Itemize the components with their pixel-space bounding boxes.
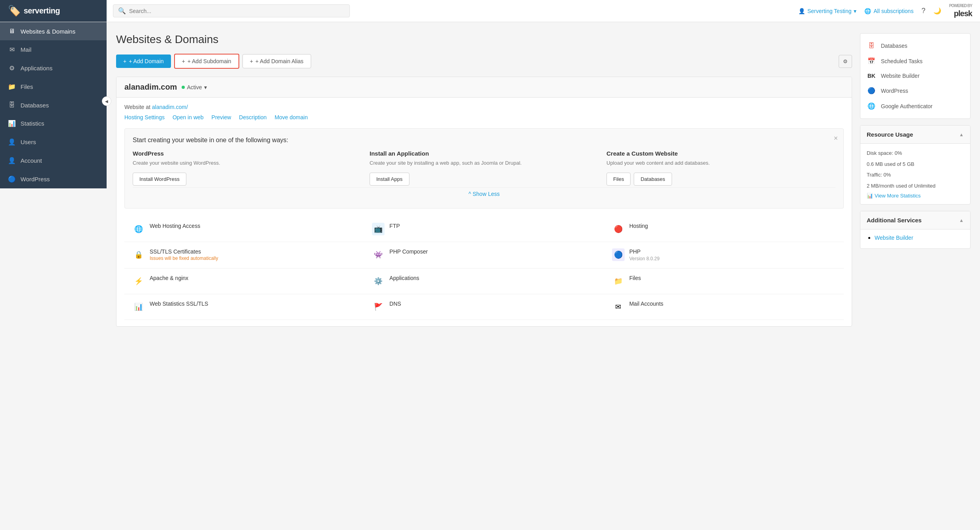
subscriptions-label: All subscriptions: [873, 8, 913, 14]
close-creation-box-button[interactable]: ×: [834, 134, 838, 143]
feature-ssl[interactable]: 🔒 SSL/TLS Certificates Issues will be fi…: [124, 242, 364, 269]
add-domain-label: + Add Domain: [129, 58, 163, 64]
main-layout: 🖥 Websites & Domains ✉ Mail ⚙ Applicatio…: [0, 22, 980, 530]
shortcut-wordpress[interactable]: 🔵 WordPress: [860, 83, 970, 98]
feature-ftp[interactable]: 📺 FTP: [364, 216, 604, 242]
files-button[interactable]: Files: [606, 173, 631, 186]
show-less-button[interactable]: ^ Show Less: [133, 187, 835, 200]
shortcuts-list: 🗄 Databases 📅 Scheduled Tasks BK Website…: [860, 34, 970, 118]
creation-method-wordpress: WordPress Create your website using Word…: [133, 150, 362, 186]
websites-icon: 🖥: [8, 28, 16, 35]
disk-label: Disk space: 0%: [867, 149, 964, 157]
view-more-statistics-link[interactable]: 📊 View More Statistics: [867, 193, 964, 199]
databases-icon: 🗄: [8, 101, 16, 109]
feature-applications[interactable]: ⚙️ Applications: [364, 269, 604, 294]
domain-status[interactable]: Active ▾: [182, 84, 207, 90]
sidebar-item-websites-domains[interactable]: 🖥 Websites & Domains: [0, 22, 107, 40]
ssl-label: SSL/TLS Certificates: [150, 248, 218, 255]
topbar-subscriptions[interactable]: 🌐 All subscriptions: [864, 8, 913, 14]
feature-web-hosting[interactable]: 🌐 Web Hosting Access: [124, 216, 364, 242]
add-subdomain-button[interactable]: + + Add Subdomain: [174, 54, 239, 69]
creation-method-wp-title: WordPress: [133, 150, 362, 157]
install-wordpress-button[interactable]: Install WordPress: [133, 173, 186, 186]
hosting-settings-link[interactable]: Hosting Settings: [124, 114, 165, 120]
additional-service-website-builder: Website Builder: [875, 234, 964, 241]
sidebar-collapse-button[interactable]: ◀: [102, 96, 111, 106]
sidebar-item-wordpress[interactable]: 🔵 WordPress: [0, 170, 107, 188]
resource-usage-header: Resource Usage ▲: [860, 126, 970, 144]
shortcut-website-builder[interactable]: BK Website Builder: [860, 69, 970, 83]
creation-methods: WordPress Create your website using Word…: [133, 150, 835, 186]
feature-apache-info: Apache & nginx: [150, 275, 188, 281]
feature-ssl-info: SSL/TLS Certificates Issues will be fixe…: [150, 248, 218, 261]
feature-applications-info: Applications: [389, 275, 419, 281]
sidebar-item-statistics[interactable]: 📊 Statistics: [0, 114, 107, 133]
install-apps-button[interactable]: Install Apps: [370, 173, 409, 186]
settings-button[interactable]: ⚙: [839, 55, 852, 68]
settings-icon: ⚙: [843, 58, 848, 64]
sidebar-label-account: Account: [21, 157, 42, 164]
topbar-user[interactable]: 👤 Serverting Testing ▾: [798, 8, 857, 14]
shortcut-google-authenticator[interactable]: 🌐 Google Authenticator: [860, 98, 970, 114]
sidebar-item-files[interactable]: 📁 Files: [0, 77, 107, 96]
additional-service-wb-link[interactable]: Website Builder: [875, 235, 913, 241]
feature-php[interactable]: 🔵 PHP Version 8.0.29: [604, 242, 844, 269]
web-statistics-label: Web Statistics SSL/TLS: [150, 301, 208, 307]
status-dot: [182, 86, 185, 89]
sidebar-item-account[interactable]: 👤 Account: [0, 151, 107, 170]
feature-dns-info: DNS: [389, 301, 401, 307]
creation-box-title: Start creating your website in one of th…: [133, 137, 835, 144]
scheduled-tasks-label: Scheduled Tasks: [881, 58, 923, 64]
feature-web-hosting-info: Web Hosting Access: [150, 223, 200, 229]
wordpress-shortcut-label: WordPress: [881, 88, 908, 94]
traffic-detail: 2 MB/month used of Unlimited: [867, 182, 964, 190]
feature-dns[interactable]: 🚩 DNS: [364, 294, 604, 320]
help-icon[interactable]: ?: [922, 7, 926, 15]
apache-label: Apache & nginx: [150, 275, 188, 281]
feature-apache[interactable]: ⚡ Apache & nginx: [124, 269, 364, 294]
sidebar-label-websites-domains: Websites & Domains: [21, 28, 75, 35]
google-auth-label: Google Authenticator: [881, 103, 933, 109]
databases-shortcut-icon: 🗄: [867, 42, 876, 49]
shortcut-databases[interactable]: 🗄 Databases: [860, 38, 970, 53]
creation-method-custom-title: Create a Custom Website: [606, 150, 835, 157]
databases-button[interactable]: Databases: [634, 173, 672, 186]
search-input[interactable]: [129, 8, 345, 14]
traffic-label: Traffic: 0%: [867, 171, 964, 179]
logo-icon: 🏷️: [8, 5, 21, 17]
move-domain-link[interactable]: Move domain: [274, 114, 308, 120]
feature-mail-accounts-info: Mail Accounts: [629, 301, 663, 307]
resource-usage-collapse-icon[interactable]: ▲: [959, 132, 964, 137]
domain-url-link[interactable]: alanadim.com/: [152, 104, 188, 110]
topbar-right: 👤 Serverting Testing ▾ 🌐 All subscriptio…: [798, 3, 972, 19]
web-hosting-icon: 🌐: [132, 223, 145, 235]
feature-php-composer[interactable]: 👾 PHP Composer: [364, 242, 604, 269]
sidebar-item-applications[interactable]: ⚙ Applications: [0, 59, 107, 77]
chevron-down-icon: ▾: [854, 8, 856, 14]
feature-files[interactable]: 📁 Files: [604, 269, 844, 294]
sidebar-wrapper: 🖥 Websites & Domains ✉ Mail ⚙ Applicatio…: [0, 22, 107, 530]
preview-link[interactable]: Preview: [212, 114, 231, 120]
dns-icon: 🚩: [372, 301, 385, 313]
add-subdomain-label: + Add Subdomain: [188, 58, 231, 64]
files-feature-icon: 📁: [612, 275, 625, 288]
applications-feature-icon: ⚙️: [372, 275, 385, 288]
shortcut-scheduled-tasks[interactable]: 📅 Scheduled Tasks: [860, 53, 970, 69]
feature-mail-accounts[interactable]: ✉ Mail Accounts: [604, 294, 844, 320]
sidebar-item-mail[interactable]: ✉ Mail: [0, 40, 107, 59]
add-domain-button[interactable]: + + Add Domain: [116, 55, 171, 68]
feature-hosting[interactable]: 🔴 Hosting: [604, 216, 844, 242]
theme-icon[interactable]: 🌙: [933, 7, 941, 15]
feature-web-statistics[interactable]: 📊 Web Statistics SSL/TLS: [124, 294, 364, 320]
additional-services-collapse-icon[interactable]: ▲: [959, 218, 964, 223]
open-in-web-link[interactable]: Open in web: [173, 114, 204, 120]
feature-web-statistics-info: Web Statistics SSL/TLS: [150, 301, 208, 307]
sidebar-item-users[interactable]: 👤 Users: [0, 133, 107, 151]
databases-shortcut-label: Databases: [881, 43, 907, 49]
plesk-logo: POWERED BY plesk: [949, 3, 972, 19]
description-link[interactable]: Description: [239, 114, 267, 120]
search-bar[interactable]: 🔍: [113, 4, 350, 17]
sidebar-item-databases[interactable]: 🗄 Databases: [0, 96, 107, 114]
add-domain-alias-button[interactable]: + + Add Domain Alias: [242, 54, 311, 68]
sidebar-label-wordpress: WordPress: [21, 176, 50, 182]
